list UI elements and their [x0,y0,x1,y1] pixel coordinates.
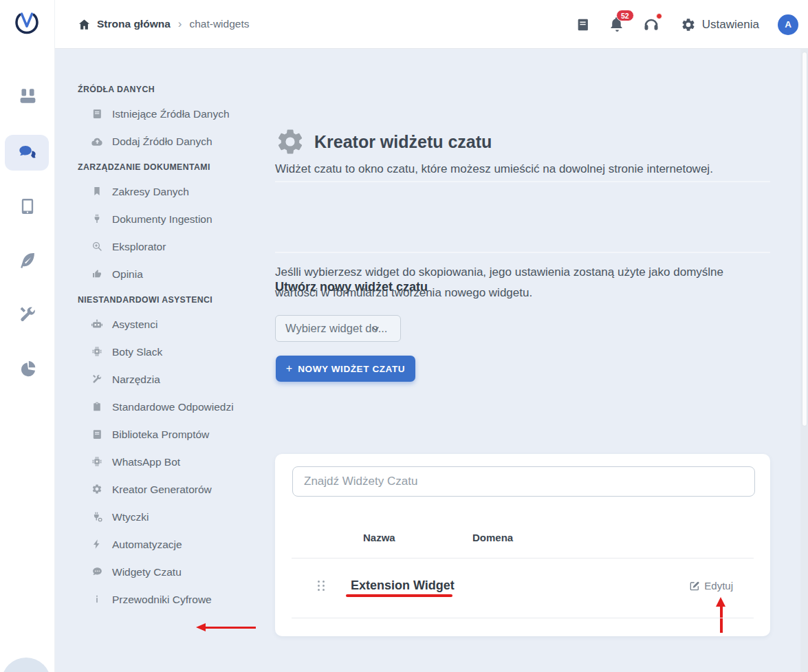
sidebar-item-zakresy-danych[interactable]: Zakresy Danych [78,184,275,199]
thumbs-up-icon [90,268,104,279]
comment-icon [90,566,104,578]
divider [292,618,754,618]
rail-bottom-circle [1,658,51,672]
copy-widget-select[interactable]: Wybierz widget do... [275,315,401,342]
cloud-upload-icon [90,136,104,149]
robot-icon [90,318,104,331]
icon-rail [0,0,55,672]
plus-icon: + [286,362,292,375]
top-header: Strona główna › chat-widgets 52 Ustawien… [55,0,808,49]
sidebar-item-kreator-generatorow[interactable]: Kreator Generatorów [78,482,275,497]
sidebar-item-dodaj-zrodlo[interactable]: Dodaj Źródło Danych [78,134,275,149]
info-icon [90,594,104,605]
notification-badge: 52 [616,10,634,21]
gear-icon [275,127,305,157]
sidebar-section-custom-assistants: NIESTANDARDOWI ASYSTENCI [78,295,275,306]
sidebar-item-wtyczki[interactable]: Wtyczki [78,510,275,524]
headset-icon[interactable] [642,16,660,34]
breadcrumb: Strona główna › chat-widgets [78,17,249,31]
search-widgets-input[interactable] [292,466,755,497]
gear-icon [681,17,696,32]
pen-square-icon [689,581,700,592]
sidebar-item-istniejace-zrodla[interactable]: Istniejące Źródła Danych [78,107,275,121]
plug-icon [90,213,104,224]
avatar[interactable]: A [778,14,798,35]
search-plus-icon [90,241,104,252]
app-logo-icon[interactable] [13,8,41,36]
column-header-domena: Domena [472,532,513,543]
content-area: ŹRÓDŁA DANYCH Istniejące Źródła Danych D… [55,49,808,672]
sidebar-item-whatsapp-bot[interactable]: WhatsApp Bot [78,455,275,469]
sidebar-item-boty-slack[interactable]: Boty Slack [78,345,275,359]
settings-button[interactable]: Ustawienia [681,17,759,32]
chevron-down-icon [370,323,381,334]
plug-plus-icon [90,511,104,523]
scrollbar-thumb[interactable] [802,52,807,426]
divider [275,181,770,182]
sidebar-item-opinia[interactable]: Opinia [78,267,275,281]
tools-icon [90,373,104,384]
sidebar-item-asystenci[interactable]: Asystenci [78,317,275,332]
sidebar-item-automatyzacje[interactable]: Automatyzacje [78,537,275,552]
bolt-icon [90,539,104,550]
annotation-underline-widget-name [346,594,452,597]
chat-bubbles-icon[interactable] [0,143,55,162]
sidebar-item-eksplorator[interactable]: Eksplorator [78,239,275,254]
chip-icon [90,456,104,467]
drag-handle-icon[interactable] [318,581,325,592]
existing-widgets-card: Nazwa Domena Extension Widget Edytuj [275,454,770,636]
breadcrumb-root[interactable]: Strona główna [97,18,171,30]
mobile-icon[interactable] [0,197,55,216]
sidebar-item-przewodniki-cyfrowe[interactable]: Przewodniki Cyfrowe [78,592,275,607]
widget-name: Extension Widget [351,578,455,593]
create-widget-hint: Jeślli wybierzesz widget do skopiowania,… [275,262,756,303]
divider [292,558,754,559]
sidebar-section-data-sources: ŹRÓDŁA DANYCH [78,85,275,96]
headset-alert-dot [656,13,662,19]
pie-chart-icon[interactable] [0,359,55,378]
sidebar-item-standardowe-odpowiedzi[interactable]: Standardowe Odpowiedzi [78,400,275,414]
page-description: Widżet czatu to okno czatu, które możesz… [275,162,713,176]
gear-icon [90,484,104,495]
clipboard-icon [90,401,104,412]
edit-widget-button[interactable]: Edytuj [689,580,733,592]
settings-label: Ustawienia [702,18,759,32]
annotation-arrow-widgety-czatu [196,623,256,632]
sidebar-item-biblioteka-promptow[interactable]: Biblioteka Promptów [78,427,275,442]
data-sources-icon[interactable] [0,86,55,106]
column-header-nazwa: Nazwa [363,532,395,543]
page-title: Kreator widżetu czatu [314,132,492,152]
feather-icon[interactable] [0,250,55,270]
chip-icon [90,346,104,357]
sidebar-item-dokumenty-ingestion[interactable]: Dokumenty Ingestion [78,212,275,226]
bookmark-icon [90,186,104,197]
bell-icon[interactable]: 52 [609,16,626,33]
breadcrumb-separator: › [178,17,182,31]
vertical-scrollbar[interactable] [800,49,808,672]
annotation-arrow-edytuj [716,597,726,633]
sidebar-item-widgety-czatu[interactable]: Widgety Czatu [78,565,275,579]
sidebar-section-documents: ZARZĄDZANIE DOKUMENTAMI [78,162,275,173]
book-icon [90,108,104,120]
book-icon[interactable] [576,17,591,32]
book-icon [90,429,104,440]
tools-icon[interactable] [0,305,55,324]
new-chat-widget-button[interactable]: + NOWY WIDŻET CZATU [276,356,415,382]
divider [275,252,770,253]
sidebar: ŹRÓDŁA DANYCH Istniejące Źródła Danych D… [55,49,275,620]
home-icon[interactable] [78,18,91,31]
sidebar-item-narzedzia[interactable]: Narzędzia [78,372,275,387]
breadcrumb-current: chat-widgets [189,18,249,30]
